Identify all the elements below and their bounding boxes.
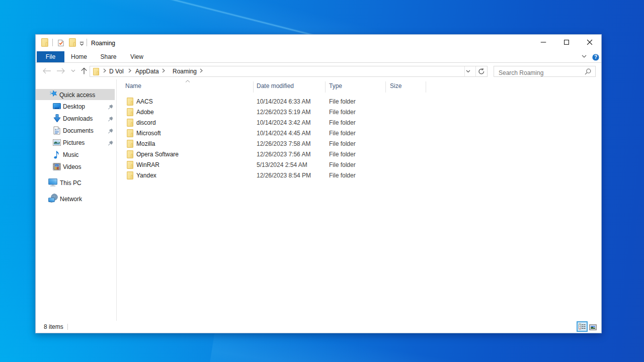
svg-text:?: ? <box>594 54 597 60</box>
